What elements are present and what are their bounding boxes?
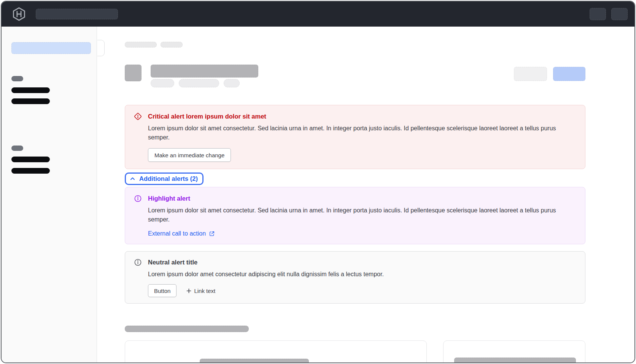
additional-alerts-toggle-label: Additional alerts (2) xyxy=(139,175,198,182)
sidebar-item-skeleton-4[interactable] xyxy=(11,168,50,174)
cards-row xyxy=(125,340,585,363)
alert-diamond-icon xyxy=(134,112,142,120)
breadcrumb-skeleton-2[interactable] xyxy=(161,42,183,47)
highlight-alert-content: Highlight alert Lorem ipsum dolor sit am… xyxy=(148,194,576,237)
page-title-group xyxy=(151,65,258,87)
badge-row xyxy=(151,79,258,87)
neutral-alert-actions: Button Link text xyxy=(148,284,576,297)
sidebar-item-skeleton-1[interactable] xyxy=(11,87,50,93)
neutral-alert-link-label: Link text xyxy=(194,288,215,294)
badge-skeleton-2 xyxy=(179,79,219,87)
badge-skeleton-3 xyxy=(224,79,240,87)
sidebar-collapse-handle[interactable] xyxy=(97,40,105,56)
card-skeleton-left xyxy=(125,340,427,363)
sidebar-item-skeleton-2[interactable] xyxy=(11,98,50,104)
breadcrumb-skeleton-1[interactable] xyxy=(125,42,157,47)
primary-button-skeleton[interactable] xyxy=(553,67,585,81)
highlight-alert-external-link[interactable]: External call to action xyxy=(148,230,215,237)
critical-alert-action-button[interactable]: Make an immediate change xyxy=(148,148,231,162)
highlight-alert-body: Lorem ipsum dolor sit amet consectetur. … xyxy=(148,206,576,224)
nav-button-skeleton-2[interactable] xyxy=(611,8,628,20)
section-title-skeleton xyxy=(125,326,249,332)
chevron-up-icon xyxy=(130,176,135,182)
page-title-skeleton xyxy=(151,65,258,78)
highlight-alert-banner: Highlight alert Lorem ipsum dolor sit am… xyxy=(125,187,585,244)
sidebar-group-label-skeleton-2 xyxy=(11,146,23,151)
sidebar-nav xyxy=(2,27,97,362)
sidebar-item-skeleton-3[interactable] xyxy=(11,157,50,162)
breadcrumb xyxy=(125,42,585,48)
neutral-alert-banner: Neutral alert title Lorem ipsum dolor am… xyxy=(125,251,585,304)
external-link-label: External call to action xyxy=(148,230,206,237)
info-icon xyxy=(134,258,142,266)
main-content: Critical alert lorem ipsum dolor sit ame… xyxy=(97,27,634,362)
info-icon xyxy=(134,195,142,203)
neutral-alert-content: Neutral alert title Lorem ipsum dolor am… xyxy=(148,258,576,297)
additional-alerts-toggle-button[interactable]: Additional alerts (2) xyxy=(125,173,204,185)
plus-icon xyxy=(186,288,191,293)
badge-skeleton-1 xyxy=(151,79,174,87)
critical-alert-title: Critical alert lorem ipsum dolor sit ame… xyxy=(148,112,576,121)
sidebar-active-item-skeleton[interactable] xyxy=(11,42,91,54)
secondary-button-skeleton[interactable] xyxy=(514,67,547,81)
neutral-alert-body: Lorem ipsum dolor amet consectetur adipi… xyxy=(148,270,576,279)
hashicorp-logo-icon xyxy=(11,6,27,22)
neutral-alert-title: Neutral alert title xyxy=(148,258,576,267)
page-icon-skeleton xyxy=(125,65,142,81)
card-content-skeleton xyxy=(454,358,576,363)
highlight-alert-title: Highlight alert xyxy=(148,194,576,203)
external-link-icon xyxy=(209,231,215,237)
nav-button-skeleton-1[interactable] xyxy=(590,8,606,20)
card-content-skeleton xyxy=(200,359,309,363)
card-skeleton-right xyxy=(443,340,585,363)
nav-search-skeleton[interactable] xyxy=(36,9,118,19)
sidebar-group-label-skeleton-1 xyxy=(11,76,23,81)
critical-alert-body: Lorem ipsum dolor sit amet consectetur. … xyxy=(148,124,576,142)
critical-alert-banner: Critical alert lorem ipsum dolor sit ame… xyxy=(125,105,585,169)
critical-alert-content: Critical alert lorem ipsum dolor sit ame… xyxy=(148,112,576,162)
neutral-alert-link[interactable]: Link text xyxy=(186,288,215,294)
nav-right-group xyxy=(590,8,628,20)
page-header xyxy=(125,65,585,87)
top-navbar xyxy=(2,2,634,27)
neutral-alert-button[interactable]: Button xyxy=(148,284,176,297)
header-actions xyxy=(514,67,585,87)
app-window: Critical alert lorem ipsum dolor sit ame… xyxy=(1,1,635,363)
app-body: Critical alert lorem ipsum dolor sit ame… xyxy=(2,27,634,362)
additional-alerts-toggle-wrap: Additional alerts (2) xyxy=(125,173,585,185)
